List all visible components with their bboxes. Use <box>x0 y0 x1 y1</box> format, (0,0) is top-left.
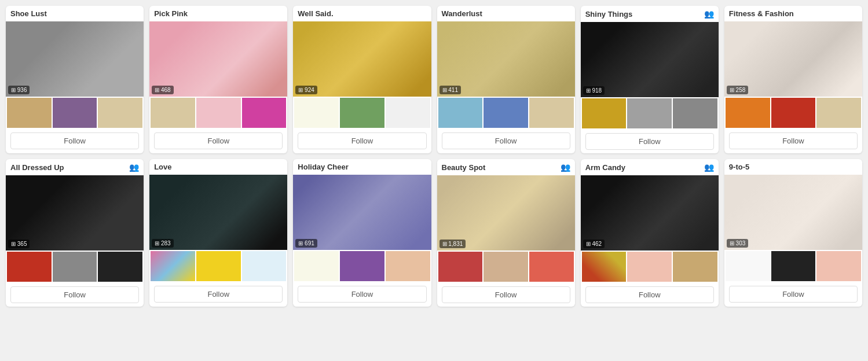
thumbnail-0 <box>7 98 52 128</box>
board-card-arm-candy: Arm Candy👥462Follow <box>581 159 719 307</box>
thumbnail-1 <box>340 251 384 281</box>
card-header: Shoe Lust <box>6 6 144 21</box>
follow-button-love[interactable]: Follow <box>154 286 283 303</box>
thumbnail-0 <box>726 251 770 281</box>
follow-button-nine-to-five[interactable]: Follow <box>729 286 858 303</box>
card-header: Beauty Spot👥 <box>437 159 575 175</box>
board-card-holiday-cheer: Holiday Cheer691Follow <box>293 159 431 307</box>
thumbnail-2 <box>529 252 574 282</box>
pin-count: 365 <box>8 240 30 248</box>
card-header: Shiny Things👥 <box>581 6 719 22</box>
pin-count: 936 <box>8 86 30 94</box>
card-header: Arm Candy👥 <box>581 159 719 175</box>
board-title: Love <box>154 163 171 171</box>
card-header: Fitness & Fashion <box>724 6 862 21</box>
thumbnail-0 <box>294 98 339 128</box>
board-title: Arm Candy <box>585 163 625 172</box>
thumbnail-1 <box>53 98 97 128</box>
board-main-image: 258 <box>724 21 862 97</box>
follow-button-well-said[interactable]: Follow <box>298 132 426 149</box>
group-icon: 👥 <box>704 163 714 172</box>
thumbnail-2 <box>242 251 287 281</box>
thumbnail-1 <box>196 98 241 128</box>
board-card-love: Love283Follow <box>149 159 287 307</box>
thumbnail-0 <box>294 251 339 281</box>
thumbnail-1 <box>53 252 97 282</box>
board-main-image: 924 <box>293 21 431 97</box>
group-icon: 👥 <box>561 163 570 172</box>
board-card-shoe-lust: Shoe Lust936Follow <box>6 6 144 153</box>
thumbnail-0 <box>151 251 195 281</box>
board-title: Shiny Things <box>585 10 633 19</box>
thumb-row <box>581 97 719 130</box>
thumbnail-1 <box>627 98 672 128</box>
board-title: Wanderlust <box>442 9 482 18</box>
thumb-row <box>724 97 862 129</box>
board-card-shiny-things: Shiny Things👥918Follow <box>581 6 719 153</box>
thumbnail-2 <box>529 98 574 128</box>
thumbnail-1 <box>484 252 528 282</box>
follow-button-all-dressed-up[interactable]: Follow <box>10 286 139 303</box>
pin-count: 258 <box>727 86 748 94</box>
thumb-row <box>6 97 144 129</box>
thumbnail-2 <box>242 98 287 128</box>
board-card-beauty-spot: Beauty Spot👥1,831Follow <box>437 159 575 307</box>
board-title: 9-to-5 <box>729 163 749 171</box>
pin-count: 283 <box>152 239 173 248</box>
thumb-row <box>293 250 431 282</box>
card-header: Holiday Cheer <box>293 159 431 175</box>
thumbnail-0 <box>582 252 627 282</box>
follow-button-holiday-cheer[interactable]: Follow <box>298 286 426 303</box>
thumbnail-0 <box>438 252 483 282</box>
thumbnail-2 <box>816 251 861 281</box>
thumbnail-0 <box>7 252 52 282</box>
pin-count: 924 <box>295 86 317 94</box>
thumbnail-2 <box>816 98 861 128</box>
board-main-image: 936 <box>6 21 144 97</box>
follow-button-beauty-spot[interactable]: Follow <box>442 286 570 303</box>
board-main-image: 283 <box>149 175 287 250</box>
board-grid: Shoe Lust936FollowPick Pink468FollowWell… <box>6 6 862 307</box>
follow-button-fitness-fashion[interactable]: Follow <box>729 132 858 149</box>
pin-count: 691 <box>295 239 317 248</box>
thumbnail-1 <box>771 98 816 128</box>
board-card-wanderlust: Wanderlust411Follow <box>437 6 575 153</box>
thumbnail-2 <box>673 98 717 128</box>
thumbnail-2 <box>98 98 142 128</box>
pin-count: 411 <box>440 86 461 94</box>
follow-button-wanderlust[interactable]: Follow <box>442 132 570 149</box>
thumb-row <box>6 251 144 283</box>
group-icon: 👥 <box>704 9 714 19</box>
board-title: Beauty Spot <box>442 163 486 172</box>
thumb-row <box>149 97 287 129</box>
thumbnail-1 <box>340 98 384 128</box>
board-card-pick-pink: Pick Pink468Follow <box>149 6 287 153</box>
pin-count: 1,831 <box>440 240 466 248</box>
board-main-image: 462 <box>581 175 719 251</box>
card-header: Love <box>149 159 287 175</box>
follow-button-arm-candy[interactable]: Follow <box>585 286 714 303</box>
thumbnail-2 <box>386 98 430 128</box>
thumb-row <box>437 251 575 283</box>
thumbnail-2 <box>98 252 142 282</box>
follow-button-pick-pink[interactable]: Follow <box>154 132 283 149</box>
card-header: All Dressed Up👥 <box>6 159 144 175</box>
board-title: Well Said. <box>298 9 333 18</box>
pin-count: 918 <box>583 86 605 95</box>
board-title: All Dressed Up <box>10 163 64 172</box>
thumbnail-0 <box>438 98 483 128</box>
thumbnail-2 <box>386 251 430 281</box>
thumb-row <box>437 97 575 129</box>
board-main-image: 691 <box>293 175 431 250</box>
board-main-image: 918 <box>581 22 719 97</box>
board-title: Shoe Lust <box>10 9 47 18</box>
pin-count: 462 <box>583 240 605 248</box>
board-title: Pick Pink <box>154 9 188 18</box>
card-header: 9-to-5 <box>724 159 862 175</box>
thumb-row <box>724 250 862 282</box>
follow-button-shiny-things[interactable]: Follow <box>585 133 714 150</box>
follow-button-shoe-lust[interactable]: Follow <box>10 132 139 149</box>
thumbnail-1 <box>484 98 528 128</box>
thumb-row <box>293 97 431 129</box>
thumbnail-0 <box>726 98 770 128</box>
